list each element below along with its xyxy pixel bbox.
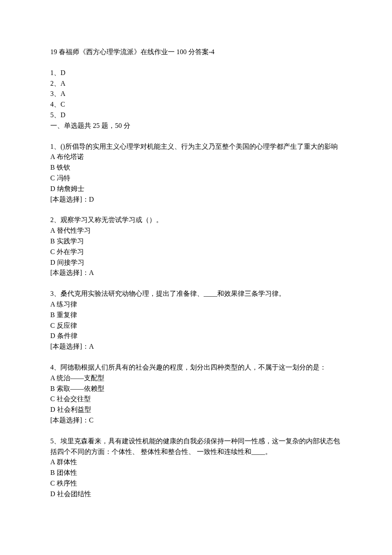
question-option: D 条件律 (50, 331, 342, 341)
document-title: 19 春福师《西方心理学流派》在线作业一 100 分答案-4 (50, 47, 342, 58)
question-stem: 2、观察学习又称无尝试学习或（）。 (50, 215, 342, 225)
question-option: B 实践学习 (50, 236, 342, 247)
question-option: A 练习律 (50, 299, 342, 310)
document-page: 19 春福师《西方心理学流派》在线作业一 100 分答案-4 1、D 2、A 3… (0, 0, 392, 555)
answer-summary-item: 2、A (50, 78, 342, 89)
question-block: 4、阿德勒根据人们所具有的社会兴趣的程度，划分出四种类型的人，不属于这一划分的是… (50, 362, 342, 426)
question-answer: [本题选择]：A (50, 268, 342, 278)
question-option: B 索取——依赖型 (50, 384, 342, 394)
section-heading: 一、单选题共 25 题，50 分 (50, 121, 342, 131)
question-stem: 4、阿德勒根据人们所具有的社会兴趣的程度，划分出四种类型的人，不属于这一划分的是… (50, 362, 342, 373)
question-block: 5、埃里克森看来，具有建设性机能的健康的自我必须保持一种同一性感，这一复杂的内部… (50, 436, 342, 500)
question-option: A 统治——支配型 (50, 373, 342, 384)
question-option: B 铁钦 (50, 162, 342, 173)
question-stem: 5、埃里克森看来，具有建设性机能的健康的自我必须保持一种同一性感，这一复杂的内部… (50, 436, 342, 457)
question-option: B 重复律 (50, 310, 342, 321)
answer-summary-item: 3、A (50, 89, 342, 99)
question-answer: [本题选择]：D (50, 194, 342, 205)
question-answer: [本题选择]：C (50, 415, 342, 426)
answer-summary-list: 1、D 2、A 3、A 4、C 5、D (50, 68, 342, 121)
question-stem: 1、()所倡导的实用主义心理学对机能主义、行为主义乃至整个美国的心理学都产生了重… (50, 142, 342, 152)
question-option: C 秩序性 (50, 478, 342, 489)
question-option: A 布伦塔诺 (50, 152, 342, 162)
question-block: 3、桑代克用实验法研究动物心理，提出了准备律、____和效果律三条学习律。 A … (50, 289, 342, 352)
answer-summary-item: 1、D (50, 68, 342, 78)
question-option: D 纳詹姆士 (50, 184, 342, 194)
question-option: D 间接学习 (50, 257, 342, 268)
answer-summary-item: 4、C (50, 99, 342, 110)
question-option: C 外在学习 (50, 247, 342, 257)
question-option: D 社会利益型 (50, 405, 342, 415)
question-option: C 冯特 (50, 173, 342, 184)
question-option: D 社会团结性 (50, 489, 342, 500)
question-block: 2、观察学习又称无尝试学习或（）。 A 替代性学习 B 实践学习 C 外在学习 … (50, 215, 342, 278)
question-block: 1、()所倡导的实用主义心理学对机能主义、行为主义乃至整个美国的心理学都产生了重… (50, 142, 342, 205)
question-answer: [本题选择]：A (50, 341, 342, 352)
question-option: B 团体性 (50, 468, 342, 478)
question-option: A 群体性 (50, 457, 342, 468)
question-stem: 3、桑代克用实验法研究动物心理，提出了准备律、____和效果律三条学习律。 (50, 289, 342, 299)
answer-summary-item: 5、D (50, 110, 342, 121)
question-option: C 反应律 (50, 321, 342, 331)
question-option: A 替代性学习 (50, 225, 342, 236)
question-option: C 社会交往型 (50, 394, 342, 405)
